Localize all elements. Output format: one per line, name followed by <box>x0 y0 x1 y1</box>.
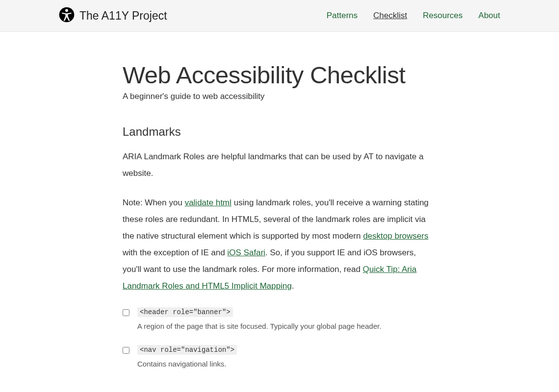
checklist-item: <nav role="navigation"> Contains navigat… <box>123 345 436 368</box>
checklist-desc: Contains navigational links. <box>137 360 237 368</box>
nav-resources[interactable]: Resources <box>423 11 462 21</box>
section-heading-landmarks: Landmarks <box>123 125 436 139</box>
site-title: The A11Y Project <box>79 9 167 23</box>
checklist-code: <nav role="navigation"> <box>137 345 237 355</box>
note-text-pre: Note: When you <box>123 198 185 207</box>
note-text-mid2: with the exception of IE and <box>123 248 228 257</box>
link-ios-safari[interactable]: iOS Safari <box>228 248 265 257</box>
checklist-code: <header role="banner"> <box>137 307 233 317</box>
nav-patterns[interactable]: Patterns <box>327 11 357 21</box>
header-inner: The A11Y Project Patterns Checklist Reso… <box>0 0 559 31</box>
svg-point-1 <box>65 9 68 12</box>
main-nav: Patterns Checklist Resources About <box>327 11 500 21</box>
landmarks-note: Note: When you validate html using landm… <box>123 195 436 294</box>
checklist-item: <header role="banner"> A region of the p… <box>123 307 436 330</box>
checklist-item-body: <nav role="navigation"> Contains navigat… <box>137 345 237 368</box>
nav-about[interactable]: About <box>479 11 500 21</box>
accessibility-icon <box>59 7 75 24</box>
site-header: The A11Y Project Patterns Checklist Reso… <box>0 0 559 32</box>
checklist-checkbox-nav[interactable] <box>123 347 129 354</box>
main-content: Web Accessibility Checklist A beginner's… <box>64 32 495 392</box>
page-title: Web Accessibility Checklist <box>123 61 436 89</box>
logo-wrap[interactable]: The A11Y Project <box>59 7 167 24</box>
checklist-item-body: <header role="banner"> A region of the p… <box>137 307 381 330</box>
checklist-checkbox-header-banner[interactable] <box>123 309 129 316</box>
link-validate-html[interactable]: validate html <box>185 198 231 207</box>
landmarks-intro: ARIA Landmark Roles are helpful landmark… <box>123 148 436 182</box>
page-subtitle: A beginner's guide to web accessibility <box>123 92 436 101</box>
checklist-desc: A region of the page that is site focuse… <box>137 322 381 330</box>
note-text-post: . <box>292 281 294 291</box>
nav-checklist[interactable]: Checklist <box>373 11 407 21</box>
link-desktop-browsers[interactable]: desktop browsers <box>363 231 428 241</box>
